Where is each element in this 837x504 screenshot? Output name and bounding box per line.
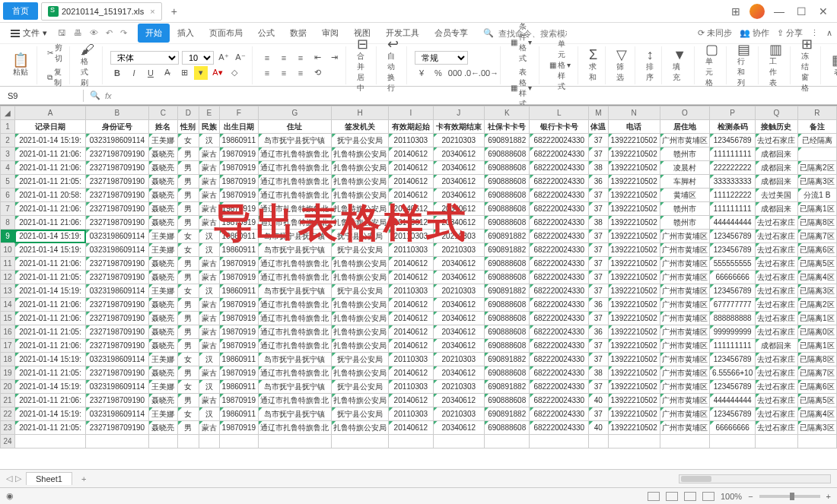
cell[interactable]: 已隔离1区 bbox=[797, 339, 836, 353]
fill-color-icon[interactable]: ▾ bbox=[194, 66, 208, 80]
cell[interactable]: 690888608 bbox=[485, 202, 530, 216]
coop-label[interactable]: 👥 协作 bbox=[740, 27, 769, 39]
cell[interactable]: 聂晓亮 bbox=[148, 339, 177, 353]
cell[interactable]: 去过石家庄 bbox=[756, 366, 797, 380]
cell[interactable]: 20210303 bbox=[433, 134, 484, 147]
cell[interactable]: 13922210502 bbox=[608, 216, 660, 230]
cell[interactable]: 682220024330 bbox=[530, 407, 589, 421]
orient-icon[interactable]: ⟲ bbox=[310, 66, 324, 80]
cell[interactable]: 2327198709190 bbox=[86, 298, 149, 312]
cell[interactable]: 37 bbox=[589, 339, 608, 353]
cell[interactable]: 888888888 bbox=[710, 312, 756, 325]
cell[interactable]: 扎鲁特旗公安局 bbox=[332, 189, 389, 202]
cell[interactable]: 广州市黄埔区 bbox=[660, 134, 709, 147]
cell[interactable]: 聂晓亮 bbox=[148, 298, 177, 312]
view-break-icon[interactable] bbox=[684, 492, 696, 501]
decrease-font-icon[interactable]: A⁻ bbox=[234, 51, 247, 65]
cell[interactable]: 13922210502 bbox=[608, 257, 660, 271]
cell[interactable]: 去过石家庄 bbox=[756, 325, 797, 339]
col-header-G[interactable]: G bbox=[258, 106, 331, 120]
header-cell[interactable]: 检测条码 bbox=[710, 120, 756, 134]
menu-expand-icon[interactable]: ∧ bbox=[826, 28, 832, 38]
cell[interactable]: 36 bbox=[589, 325, 608, 339]
col-header-R[interactable]: R bbox=[797, 106, 836, 120]
cell[interactable]: 广州市黄埔区 bbox=[660, 230, 709, 243]
cell[interactable]: 岛市抚宁县抚宁镇 bbox=[258, 407, 331, 421]
cell[interactable]: 赣州市 bbox=[660, 202, 709, 216]
cell[interactable]: 扎鲁特旗公安局 bbox=[332, 216, 389, 230]
cell[interactable]: 男 bbox=[178, 147, 199, 161]
cell[interactable]: 682220024330 bbox=[530, 230, 589, 243]
cell[interactable]: 通辽市扎鲁特旗鲁北 bbox=[258, 257, 331, 271]
comma-icon[interactable]: 000 bbox=[448, 66, 462, 80]
status-record-icon[interactable]: ◉ bbox=[6, 491, 14, 501]
cell[interactable]: 690888608 bbox=[485, 339, 530, 353]
cell[interactable]: 通辽市扎鲁特旗鲁北 bbox=[258, 421, 331, 435]
copy-button[interactable]: ⧉ 复制 bbox=[45, 66, 65, 89]
cell[interactable]: 男 bbox=[178, 394, 199, 407]
cell[interactable]: 37 bbox=[589, 134, 608, 147]
row-header-3[interactable]: 3 bbox=[1, 147, 15, 161]
sheet-prev-icon[interactable]: ◁ bbox=[6, 474, 12, 483]
cell[interactable]: 20340612 bbox=[433, 161, 484, 175]
cell[interactable]: 20110303 bbox=[389, 134, 433, 147]
cell[interactable]: 13922210502 bbox=[608, 353, 660, 366]
cell[interactable]: 赣州市 bbox=[660, 147, 709, 161]
cell[interactable]: 0323198609114 bbox=[86, 230, 149, 243]
cell[interactable]: 2327198709190 bbox=[86, 202, 149, 216]
cell[interactable]: 13922210502 bbox=[608, 339, 660, 353]
cell[interactable] bbox=[530, 435, 589, 449]
cell[interactable]: 0323198609114 bbox=[86, 380, 149, 394]
cell[interactable] bbox=[389, 435, 433, 449]
app-menu-icon[interactable]: ⊞ bbox=[728, 4, 743, 19]
sum-button[interactable]: Σ求和 bbox=[586, 46, 600, 84]
cell[interactable]: 2327198709190 bbox=[86, 161, 149, 175]
cell[interactable]: 20110303 bbox=[389, 407, 433, 421]
cell[interactable]: 车脚村 bbox=[660, 175, 709, 189]
cell[interactable]: 抚宁县公安局 bbox=[332, 284, 389, 298]
align-center-icon[interactable]: ≡ bbox=[277, 66, 291, 80]
cell[interactable]: 已隔离7区 bbox=[797, 230, 836, 243]
zoom-in-icon[interactable]: + bbox=[826, 492, 831, 501]
cell[interactable]: 690891882 bbox=[485, 380, 530, 394]
cell[interactable]: 赣州市 bbox=[660, 216, 709, 230]
select-all-cell[interactable]: ◢ bbox=[1, 106, 15, 120]
align-right-icon[interactable]: ≡ bbox=[294, 66, 307, 80]
header-cell[interactable]: 备注 bbox=[797, 120, 836, 134]
cell[interactable] bbox=[589, 435, 608, 449]
save-icon[interactable]: 🖫 bbox=[56, 27, 68, 40]
cell[interactable]: 广州市黄埔区 bbox=[660, 353, 709, 366]
add-sheet-button[interactable]: + bbox=[77, 474, 91, 483]
cell[interactable]: 2327198709190 bbox=[86, 421, 149, 435]
cell[interactable]: 2021-01-11 21:05: bbox=[14, 271, 85, 284]
close-tab-icon[interactable]: × bbox=[150, 7, 154, 16]
cell[interactable]: 去过石家庄 bbox=[756, 353, 797, 366]
cell[interactable]: 扎鲁特旗公安局 bbox=[332, 325, 389, 339]
cell[interactable]: 690888608 bbox=[485, 298, 530, 312]
percent-icon[interactable]: % bbox=[431, 66, 445, 80]
col-header-E[interactable]: E bbox=[199, 106, 219, 120]
cell[interactable]: 20110303 bbox=[389, 284, 433, 298]
cell[interactable]: 汉 bbox=[199, 243, 219, 257]
cell[interactable]: 男 bbox=[178, 325, 199, 339]
cell[interactable]: 岛市抚宁县抚宁镇 bbox=[258, 230, 331, 243]
cell[interactable]: 广州市黄埔区 bbox=[660, 380, 709, 394]
cell[interactable]: 已隔离5区 bbox=[797, 394, 836, 407]
row-header-22[interactable]: 22 bbox=[1, 407, 15, 421]
cell[interactable]: 682220024330 bbox=[530, 380, 589, 394]
bold-icon[interactable]: B bbox=[110, 66, 124, 80]
cell[interactable]: 2021-01-14 15:19: bbox=[14, 353, 85, 366]
cell[interactable] bbox=[710, 435, 756, 449]
name-box[interactable]: S9 bbox=[0, 90, 84, 102]
cell[interactable]: 682220024330 bbox=[530, 312, 589, 325]
row-header-16[interactable]: 16 bbox=[1, 325, 15, 339]
cell[interactable]: 通辽市扎鲁特旗鲁北 bbox=[258, 312, 331, 325]
cell[interactable]: 37 bbox=[589, 202, 608, 216]
cell[interactable]: 扎鲁特旗公安局 bbox=[332, 202, 389, 216]
zoom-slider[interactable] bbox=[759, 495, 820, 498]
cell[interactable]: 男 bbox=[178, 202, 199, 216]
row-header-8[interactable]: 8 bbox=[1, 216, 15, 230]
cell[interactable]: 19870919 bbox=[219, 257, 258, 271]
cell[interactable]: 690888608 bbox=[485, 161, 530, 175]
filter-button[interactable]: ▽筛选 bbox=[613, 46, 630, 84]
